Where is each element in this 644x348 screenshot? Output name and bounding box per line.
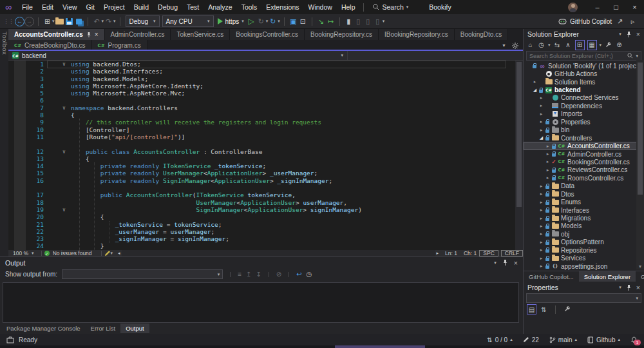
collapsed-arrow-icon[interactable]: ▸ bbox=[545, 168, 551, 173]
notifications-button[interactable]: 1 bbox=[630, 336, 638, 343]
sync-with-active-document-icon[interactable]: ⇆ bbox=[553, 41, 562, 50]
show-output-window-icon[interactable]: ⊡ bbox=[298, 16, 308, 27]
menu-git[interactable]: Git bbox=[82, 0, 99, 14]
user-avatar[interactable] bbox=[568, 3, 578, 12]
pending-changes-filter-icon[interactable]: ◷ bbox=[537, 41, 545, 50]
line-ending-indicator[interactable]: CRLF bbox=[501, 250, 523, 256]
collapsed-arrow-icon[interactable]: ▸ bbox=[538, 256, 544, 261]
open-folder-icon[interactable] bbox=[55, 16, 64, 27]
tree-item-interfaces[interactable]: ▸Interfaces bbox=[524, 206, 644, 214]
live-share-icon[interactable]: ▣ bbox=[289, 16, 298, 27]
tree-item-bookingscontroller-cs[interactable]: ▸✓C#BookingsController.cs bbox=[524, 158, 644, 166]
save-all-icon[interactable] bbox=[74, 16, 84, 27]
minimize-button[interactable]: – bbox=[588, 0, 607, 14]
output-source-dropdown[interactable]: ▾ bbox=[62, 269, 223, 279]
output-content[interactable] bbox=[3, 282, 519, 323]
maximize-button[interactable]: □ bbox=[607, 0, 625, 14]
send-feedback-icon[interactable]: ▹ bbox=[628, 16, 638, 27]
gear-icon[interactable] bbox=[512, 43, 518, 49]
tree-item-accountscontroller-cs[interactable]: ▸C#AccountsController.cs bbox=[524, 142, 644, 150]
tree-item-repositories[interactable]: ▸Repositories bbox=[524, 246, 644, 254]
configuration-dropdown[interactable]: Debug▾ bbox=[126, 15, 160, 27]
menu-analyze[interactable]: Analyze bbox=[204, 0, 236, 14]
window-position-chevron-icon[interactable]: ▾ bbox=[494, 260, 497, 266]
menu-file[interactable]: File bbox=[17, 0, 37, 14]
tab-tokenservice-cs[interactable]: TokenService.cs bbox=[171, 29, 230, 40]
view-code-icon[interactable]: ▦ bbox=[587, 40, 597, 50]
chevron-down-icon[interactable]: ▾ bbox=[383, 19, 385, 24]
properties-wrench-icon[interactable] bbox=[604, 41, 612, 50]
tree-item-dependencies[interactable]: ▸Dependencies bbox=[524, 102, 644, 110]
code-editor[interactable]: 1∨using backend.Dtos;2using backend.Inte… bbox=[8, 61, 515, 250]
scrollbar-thumb[interactable] bbox=[638, 63, 643, 195]
menu-project[interactable]: Project bbox=[99, 0, 129, 14]
fold-arrow-icon[interactable]: ∨ bbox=[59, 104, 69, 111]
tree-item-reviewscontroller-cs[interactable]: ▸C#ReviewsController.cs bbox=[524, 166, 644, 174]
tree-item-github-actions[interactable]: GitHub Actions bbox=[524, 70, 644, 77]
toolbox-tab[interactable]: Toolbox bbox=[1, 32, 8, 55]
collapsed-arrow-icon[interactable]: ▸ bbox=[538, 216, 544, 221]
collapsed-arrow-icon[interactable]: ▸ bbox=[538, 103, 544, 108]
no-issues-icon[interactable]: ✓ bbox=[44, 251, 50, 256]
fold-arrow-icon[interactable]: ∨ bbox=[59, 148, 69, 155]
toggle-bookmark-icon[interactable]: ▮ bbox=[344, 16, 354, 27]
panel-tab-solution-explorer[interactable]: Solution Explorer bbox=[579, 271, 636, 282]
scroll-right-icon[interactable]: ▸ bbox=[437, 251, 439, 256]
menu-build[interactable]: Build bbox=[129, 0, 153, 14]
pin-icon[interactable] bbox=[86, 32, 91, 37]
horizontal-scrollbar[interactable] bbox=[122, 250, 435, 256]
find-message-icon[interactable]: ≡ bbox=[238, 271, 242, 278]
tree-item-properties[interactable]: ▸Properties bbox=[524, 118, 644, 126]
background-tasks-icon[interactable] bbox=[6, 336, 14, 343]
window-position-chevron-icon[interactable]: ▾ bbox=[619, 285, 621, 290]
project-dropdown[interactable]: C# backend ▾ bbox=[8, 51, 348, 60]
issues-status[interactable]: No issues found bbox=[53, 250, 92, 256]
collapsed-arrow-icon[interactable]: ▸ bbox=[538, 240, 544, 245]
collapsed-arrow-icon[interactable]: ▸ bbox=[538, 200, 544, 205]
close-button[interactable]: × bbox=[625, 0, 644, 14]
sync-commits-button[interactable]: ⇅ 0 / 0 ▴ bbox=[487, 336, 512, 343]
tab-bookingscontroller-cs[interactable]: BookingsController.cs bbox=[230, 29, 305, 40]
navigate-forward-icon[interactable]: → bbox=[24, 16, 34, 27]
redo-icon[interactable]: ↷ bbox=[104, 16, 113, 27]
panel-tab-github-copilot[interactable]: GitHub Copilot... bbox=[524, 271, 579, 282]
menu-window[interactable]: Window bbox=[304, 0, 337, 14]
menu-view[interactable]: View bbox=[58, 0, 82, 14]
collapsed-arrow-icon[interactable]: ▸ bbox=[532, 79, 538, 84]
tab-list-chevron-icon[interactable]: ▼ bbox=[502, 43, 506, 48]
panel-tab-output[interactable]: Output bbox=[120, 324, 149, 333]
tree-item-roomscontroller-cs[interactable]: ▸C#RoomsController.cs bbox=[524, 174, 644, 182]
tree-item-backend[interactable]: ◢C#backend bbox=[524, 86, 644, 93]
collapsed-arrow-icon[interactable]: ▸ bbox=[538, 191, 544, 197]
close-icon[interactable]: × bbox=[636, 30, 640, 38]
tree-item-services[interactable]: ▸Services bbox=[524, 255, 644, 262]
menu-extensions[interactable]: Extensions bbox=[261, 0, 303, 14]
collapsed-arrow-icon[interactable]: ▸ bbox=[545, 144, 551, 149]
menu-tools[interactable]: Tools bbox=[237, 0, 262, 14]
tree-item-data[interactable]: ▸Data bbox=[524, 182, 644, 190]
collapsed-arrow-icon[interactable]: ▸ bbox=[545, 175, 551, 180]
go-to-previous-message-icon[interactable]: ↥ bbox=[246, 271, 251, 278]
collapsed-arrow-icon[interactable]: ▸ bbox=[538, 264, 544, 269]
tab-bookingrepository-cs[interactable]: BookingRepository.cs bbox=[305, 29, 379, 40]
collapse-all-icon[interactable]: ∧ bbox=[564, 41, 573, 50]
pin-icon[interactable] bbox=[502, 260, 508, 266]
menu-test[interactable]: Test bbox=[182, 0, 204, 14]
show-timestamp-icon[interactable]: ◷ bbox=[307, 271, 312, 278]
pin-icon[interactable] bbox=[626, 285, 632, 291]
start-without-debugging-icon[interactable]: ▷ bbox=[247, 16, 256, 27]
collapsed-arrow-icon[interactable]: ▸ bbox=[538, 111, 544, 117]
close-icon[interactable]: × bbox=[514, 259, 518, 267]
share-icon[interactable]: ↗ bbox=[615, 16, 625, 27]
editor-vertical-scrollbar[interactable] bbox=[515, 61, 523, 250]
collapsed-arrow-icon[interactable]: ▸ bbox=[538, 95, 544, 101]
tab-ibookingrepository-cs[interactable]: IBookingRepository.cs bbox=[379, 29, 455, 40]
alphabetical-icon[interactable]: ⇅ bbox=[540, 305, 548, 314]
tab-bookingdto-cs[interactable]: BookingDto.cs bbox=[455, 29, 508, 40]
menu-edit[interactable]: Edit bbox=[37, 0, 58, 14]
tree-item-solution-items[interactable]: ▸Solution Items bbox=[524, 78, 644, 86]
pending-edits-button[interactable]: 22 bbox=[523, 336, 539, 343]
hot-reload-icon[interactable]: ↻ bbox=[256, 16, 266, 27]
word-wrap-icon[interactable]: ↩ bbox=[296, 271, 301, 278]
close-icon[interactable]: × bbox=[636, 284, 640, 291]
